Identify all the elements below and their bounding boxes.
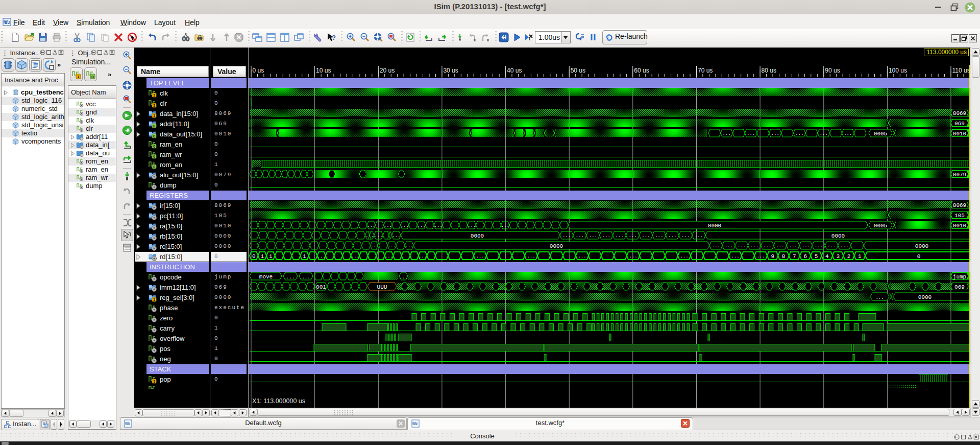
svg-text:...: ... bbox=[776, 244, 784, 249]
svg-text:0000: 0000 bbox=[550, 243, 563, 249]
svg-text:...: ... bbox=[844, 131, 852, 136]
svg-text:...: ... bbox=[642, 233, 650, 239]
svg-text:...: ... bbox=[712, 244, 720, 249]
svg-text:...: ... bbox=[681, 233, 690, 239]
svg-text:7: 7 bbox=[793, 253, 796, 260]
svg-text:...: ... bbox=[668, 233, 676, 239]
svg-text:I: I bbox=[153, 104, 155, 108]
svg-text:069: 069 bbox=[954, 121, 965, 127]
svg-text:...: ... bbox=[351, 254, 359, 259]
svg-text:...: ... bbox=[589, 233, 597, 239]
svg-text:0005: 0005 bbox=[874, 223, 887, 229]
svg-text:...: ... bbox=[655, 233, 663, 239]
svg-text:...: ... bbox=[385, 254, 393, 259]
svg-text:105: 105 bbox=[954, 213, 965, 219]
svg-text:0000: 0000 bbox=[918, 294, 932, 300]
svg-text:I: I bbox=[153, 298, 155, 302]
svg-text:2: 2 bbox=[847, 253, 851, 260]
svg-text:...: ... bbox=[723, 131, 731, 136]
svg-text:...: ... bbox=[501, 223, 509, 228]
svg-text:001: 001 bbox=[316, 284, 326, 290]
svg-text:I: I bbox=[77, 75, 80, 79]
svg-text:...: ... bbox=[578, 254, 586, 259]
svg-text:...: ... bbox=[731, 254, 739, 259]
svg-text:...: ... bbox=[771, 131, 779, 136]
svg-text:6: 6 bbox=[803, 253, 807, 260]
svg-text:0005: 0005 bbox=[874, 131, 887, 137]
svg-text:100 us: 100 us bbox=[889, 67, 907, 74]
svg-text:...: ... bbox=[820, 131, 828, 136]
svg-text:...: ... bbox=[615, 233, 623, 239]
svg-text:8069: 8069 bbox=[953, 110, 966, 116]
svg-text:069: 069 bbox=[954, 284, 965, 290]
svg-text:...: ... bbox=[815, 244, 823, 249]
svg-text:0079: 0079 bbox=[953, 172, 966, 178]
svg-text:...: ... bbox=[629, 254, 637, 259]
svg-text:?: ? bbox=[332, 34, 336, 41]
svg-text:...: ... bbox=[384, 223, 392, 228]
svg-text:110 us: 110 us bbox=[952, 67, 970, 74]
svg-text:90 us: 90 us bbox=[825, 67, 840, 74]
svg-text:...: ... bbox=[628, 233, 636, 239]
svg-text:10 us: 10 us bbox=[316, 67, 331, 74]
svg-text:...: ... bbox=[476, 254, 484, 259]
svg-text:...: ... bbox=[388, 244, 396, 249]
svg-text:O: O bbox=[153, 134, 155, 138]
svg-text:O: O bbox=[153, 145, 155, 149]
svg-text:...: ... bbox=[789, 244, 797, 249]
svg-text:move: move bbox=[259, 274, 273, 280]
svg-text:0000: 0000 bbox=[831, 233, 845, 239]
svg-text:...: ... bbox=[434, 223, 442, 228]
svg-text:20 us: 20 us bbox=[380, 67, 395, 74]
svg-text:...: ... bbox=[750, 244, 758, 249]
svg-text:...: ... bbox=[747, 131, 755, 136]
svg-text:...: ... bbox=[875, 295, 884, 300]
svg-text:...: ... bbox=[317, 254, 325, 259]
svg-text:I: I bbox=[153, 380, 155, 384]
svg-text:...: ... bbox=[602, 233, 610, 239]
svg-text:...: ... bbox=[802, 244, 810, 249]
svg-text:5: 5 bbox=[815, 253, 818, 260]
svg-text:...: ... bbox=[756, 254, 765, 259]
svg-text:...: ... bbox=[286, 275, 295, 280]
svg-text:X1: 113.000000 us: X1: 113.000000 us bbox=[252, 397, 305, 405]
svg-text:...: ... bbox=[576, 233, 584, 239]
svg-text:1: 1 bbox=[269, 253, 273, 260]
svg-text:I: I bbox=[153, 93, 155, 98]
svg-text:9: 9 bbox=[771, 253, 774, 260]
svg-text:...: ... bbox=[680, 254, 688, 259]
svg-text:30 us: 30 us bbox=[443, 67, 458, 74]
svg-text:1: 1 bbox=[260, 253, 264, 260]
svg-text:...: ... bbox=[401, 223, 409, 228]
svg-text:jump: jump bbox=[953, 274, 966, 280]
svg-text:80 us: 80 us bbox=[762, 67, 776, 74]
svg-text:O: O bbox=[153, 165, 155, 169]
svg-text:0010: 0010 bbox=[953, 131, 966, 137]
svg-text:...: ... bbox=[840, 244, 848, 249]
svg-text:1: 1 bbox=[858, 253, 862, 260]
svg-text:8: 8 bbox=[782, 253, 786, 260]
svg-text:O: O bbox=[91, 75, 94, 79]
svg-text:4: 4 bbox=[825, 253, 829, 260]
svg-text:...: ... bbox=[302, 275, 310, 280]
svg-text:I: I bbox=[153, 114, 155, 118]
svg-text:...: ... bbox=[725, 244, 733, 249]
svg-text:40 us: 40 us bbox=[507, 67, 522, 74]
svg-text:...: ... bbox=[763, 244, 771, 249]
svg-text:0000: 0000 bbox=[708, 223, 721, 229]
svg-text:1: 1 bbox=[303, 253, 306, 260]
svg-text:0 us: 0 us bbox=[253, 67, 264, 74]
svg-text:...: ... bbox=[527, 254, 535, 259]
svg-text:70 us: 70 us bbox=[698, 67, 713, 74]
svg-text:UUU: UUU bbox=[377, 284, 387, 290]
svg-text:...: ... bbox=[738, 244, 746, 249]
svg-text:0010: 0010 bbox=[953, 223, 966, 229]
svg-text:...: ... bbox=[695, 233, 703, 239]
svg-text:60 us: 60 us bbox=[634, 67, 649, 74]
svg-text:...: ... bbox=[367, 223, 375, 228]
svg-text:...: ... bbox=[399, 275, 407, 280]
svg-text:...: ... bbox=[392, 233, 400, 239]
svg-text:...: ... bbox=[795, 131, 803, 136]
svg-text:0: 0 bbox=[917, 253, 921, 260]
svg-text:3: 3 bbox=[836, 253, 840, 260]
